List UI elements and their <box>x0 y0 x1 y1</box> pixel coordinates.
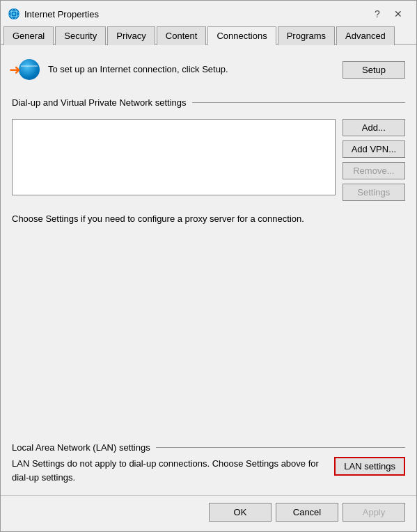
tab-bar: General Security Privacy Content Connect… <box>1 26 416 45</box>
tab-connections[interactable]: Connections <box>207 26 276 45</box>
lan-settings-button[interactable]: LAN settings <box>334 457 405 476</box>
svg-point-3 <box>13 13 15 15</box>
setup-button[interactable]: Setup <box>343 61 405 79</box>
window-icon <box>8 8 20 20</box>
lan-content: LAN Settings do not apply to dial-up con… <box>12 457 405 484</box>
spacer <box>12 236 405 432</box>
dialup-section-line <box>192 102 406 103</box>
vpn-area: Add... Add VPN... Remove... Settings <box>12 119 405 201</box>
dialup-section-header: Dial-up and Virtual Private Network sett… <box>12 97 405 108</box>
tab-content-area: ➜ To set up an Internet connection, clic… <box>1 45 416 490</box>
ok-button[interactable]: OK <box>209 503 272 522</box>
tab-programs[interactable]: Programs <box>278 26 335 45</box>
remove-button[interactable]: Remove... <box>343 162 405 179</box>
tab-content[interactable]: Content <box>157 26 207 45</box>
apply-button[interactable]: Apply <box>343 503 405 522</box>
title-bar: Internet Properties ? ✕ <box>1 1 416 24</box>
window-title: Internet Properties <box>24 9 99 19</box>
lan-section-line <box>156 447 405 448</box>
add-vpn-button[interactable]: Add VPN... <box>343 140 405 158</box>
dialup-section-title: Dial-up and Virtual Private Network sett… <box>12 97 187 108</box>
cancel-button[interactable]: Cancel <box>276 503 338 522</box>
close-button[interactable]: ✕ <box>388 6 408 22</box>
vpn-listbox[interactable] <box>12 119 336 195</box>
lan-section-title: Local Area Network (LAN) settings <box>12 442 150 453</box>
tab-security[interactable]: Security <box>55 26 106 45</box>
bottom-buttons: OK Cancel Apply <box>1 495 416 531</box>
help-button[interactable]: ? <box>368 6 387 22</box>
internet-properties-window: Internet Properties ? ✕ General Security… <box>0 0 417 532</box>
lan-section: Local Area Network (LAN) settings LAN Se… <box>12 438 405 484</box>
globe-icon <box>19 59 40 80</box>
ie-icon: ➜ <box>12 56 40 83</box>
add-button[interactable]: Add... <box>343 119 405 136</box>
setup-row: ➜ To set up an Internet connection, clic… <box>12 56 405 83</box>
setup-description: To set up an Internet connection, click … <box>48 63 334 76</box>
title-buttons: ? ✕ <box>368 6 408 22</box>
tab-general[interactable]: General <box>3 26 54 45</box>
tab-advanced[interactable]: Advanced <box>336 26 395 45</box>
lan-section-header: Local Area Network (LAN) settings <box>12 442 405 453</box>
lan-description: LAN Settings do not apply to dial-up con… <box>12 457 326 484</box>
settings-button[interactable]: Settings <box>343 184 405 201</box>
tab-privacy[interactable]: Privacy <box>107 26 155 45</box>
vpn-buttons: Add... Add VPN... Remove... Settings <box>343 119 405 201</box>
proxy-text: Choose Settings if you need to configure… <box>12 212 405 226</box>
arrow-icon: ➜ <box>9 61 21 78</box>
title-bar-left: Internet Properties <box>8 8 99 20</box>
